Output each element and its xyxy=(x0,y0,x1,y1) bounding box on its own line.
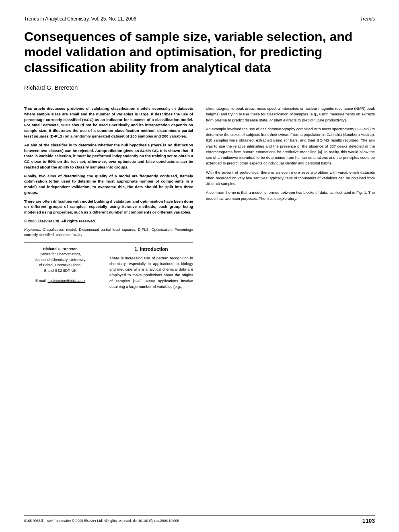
copyright: © 2006 Elsevier Ltd. All rights reserved… xyxy=(24,218,193,224)
section-title: 1. Introduction xyxy=(109,246,193,252)
intro-para1: There is increasing use of pattern recog… xyxy=(109,255,193,290)
affiliation-line3: of Bristol, Cantocks Close, xyxy=(24,263,97,268)
keywords: Keywords: Classification model; Discrimi… xyxy=(24,227,193,238)
abstract-para2: An aim of the classifier is to determine… xyxy=(24,142,193,170)
keywords-label: Keywords: xyxy=(24,228,41,232)
intro-col: 1. Introduction There is increasing use … xyxy=(109,246,193,292)
intro-text: There is increasing use of pattern recog… xyxy=(109,255,193,290)
email-line: E-mail: r.g.brereton@bris.ac.uk xyxy=(24,278,97,284)
keywords-text: Classification model; Discriminant parti… xyxy=(24,228,193,237)
abstract-para3: Finally, two aims of determining the qua… xyxy=(24,173,193,195)
abstract-para4: There are often difficulties with model … xyxy=(24,199,193,215)
email-label: E-mail: xyxy=(35,279,47,283)
author-name: Richard G. Brereton xyxy=(24,84,375,91)
section-label: Trends xyxy=(360,16,375,22)
abstract-para1: This article discusses problems of valid… xyxy=(24,106,193,139)
right-para2: An example involved the use of gas chrom… xyxy=(206,126,375,166)
page-header: Trends in Analytical Chemistry, Vol. 25,… xyxy=(24,16,375,22)
page-number: 1103 xyxy=(362,518,375,524)
right-para3: With the advent of proteomics, there is … xyxy=(206,170,375,187)
author-info-block: Richard G. Brereton Centre for Chemometr… xyxy=(24,246,193,292)
journal-info: Trends in Analytical Chemistry, Vol. 25,… xyxy=(24,16,136,22)
right-para4: A common theme is that a model is formed… xyxy=(206,190,375,201)
affiliation-line2: School of Chemistry, University xyxy=(24,257,97,263)
abstract-section: This article discusses problems of valid… xyxy=(24,106,375,292)
abstract-col-right: chromatographic peak areas, mass spectra… xyxy=(206,106,375,292)
affiliation-line1: Centre for Chemometrics, xyxy=(24,252,97,257)
affiliation-line4: Bristol BS2 8DF, UK xyxy=(24,268,97,274)
footer-left: 0165-9936/$ – see front matter © 2006 El… xyxy=(24,519,179,523)
page: Trends in Analytical Chemistry, Vol. 25,… xyxy=(0,0,399,532)
right-para1: chromatographic peak areas, mass spectra… xyxy=(206,106,375,123)
section-divider xyxy=(24,242,193,242)
abstract-text: This article discusses problems of valid… xyxy=(24,106,193,238)
abstract-col-left: This article discusses problems of valid… xyxy=(24,106,193,292)
author-address: Richard G. Brereton Centre for Chemometr… xyxy=(24,246,97,292)
article-title: Consequences of sample size, variable se… xyxy=(24,29,375,75)
page-footer: 0165-9936/$ – see front matter © 2006 El… xyxy=(24,516,375,524)
email-link[interactable]: r.g.brereton@bris.ac.uk xyxy=(47,279,85,283)
divider-1 xyxy=(24,100,375,100)
right-col-text: chromatographic peak areas, mass spectra… xyxy=(206,106,375,201)
author-address-name: Richard G. Brereton xyxy=(24,246,97,252)
